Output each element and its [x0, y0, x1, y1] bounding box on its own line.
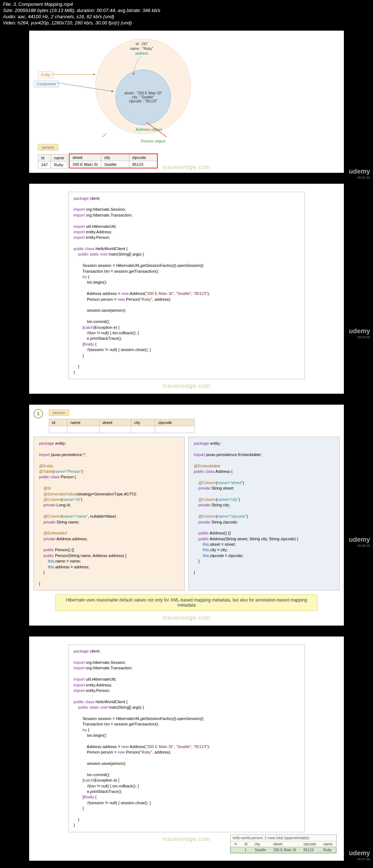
- mavenedge-logo: mavenedge.com: [29, 164, 344, 171]
- addr-city: city : "Seattle": [116, 95, 170, 99]
- person-table-headers: id name street city zipcode: [49, 419, 195, 433]
- person-table-caption: person: [49, 409, 69, 416]
- timestamp-2: 00:03:05: [357, 335, 370, 339]
- timestamp-1: 00:01:32: [357, 176, 370, 179]
- udemy-logo: udemy: [349, 849, 370, 857]
- addr-zip: zipcode : "85123": [116, 99, 170, 103]
- timestamp-3: 00:05:25: [357, 544, 370, 548]
- result-caption: hello-world.person: 1 rows total (approx…: [231, 835, 336, 841]
- udemy-logo: udemy: [349, 536, 370, 544]
- udemy-logo: udemy: [349, 168, 370, 175]
- step-badge: 1: [34, 409, 43, 419]
- code-person-entity: package entity; import javax.persistence…: [34, 437, 185, 591]
- query-result: hello-world.person: 1 rows total (approx…: [230, 834, 337, 853]
- meta-video: Video: h264, yuv420p, 1280x720, 280 kb/s…: [3, 20, 370, 26]
- person-fields: id : 247 name : "Ruby" address: [130, 42, 153, 56]
- slide-4: package client; import org.hibernate.Ses…: [29, 637, 344, 861]
- legend-component: Component: [34, 81, 59, 87]
- slide-2: package client; import org.hibernate.Ses…: [29, 184, 344, 394]
- legend-entity: Entity: [38, 71, 54, 78]
- code-client-1: package client; import org.hibernate.Ses…: [68, 192, 305, 379]
- udemy-logo: udemy: [349, 327, 370, 335]
- person-table-caption: person: [38, 144, 58, 151]
- mavenedge-logo: mavenedge.com: [34, 615, 339, 621]
- mavenedge-logo: mavenedge.com: [34, 383, 339, 389]
- meta-file: File: 3. Component Mapping.mp4: [3, 1, 370, 8]
- code-address-embeddable: package entity; import javax.persistence…: [188, 437, 339, 591]
- meta-size: Size: 20059188 bytes (19.13 MiB), durati…: [3, 8, 370, 14]
- code-client-2: package client; import org.hibernate.Ses…: [68, 645, 305, 832]
- file-metadata: File: 3. Component Mapping.mp4 Size: 200…: [0, 0, 373, 28]
- slide-1: street : "200 E Main St" city : "Seattle…: [29, 31, 344, 173]
- timestamp-4: 00:07:09: [357, 857, 370, 861]
- slide-3: 1 person id name street city zipcode pac…: [29, 405, 344, 626]
- label-person-object: Person object: [141, 139, 165, 143]
- addr-street: street : "200 E Main St": [116, 91, 170, 95]
- label-address-object: Address object: [136, 127, 162, 132]
- address-circle: street : "200 E Main St" city : "Seattle…: [115, 70, 171, 125]
- hibernate-note: Hibernate uses reasonable default values…: [55, 594, 318, 611]
- meta-audio: Audio: aac, 44100 Hz, 2 channels, s16, 6…: [3, 14, 370, 20]
